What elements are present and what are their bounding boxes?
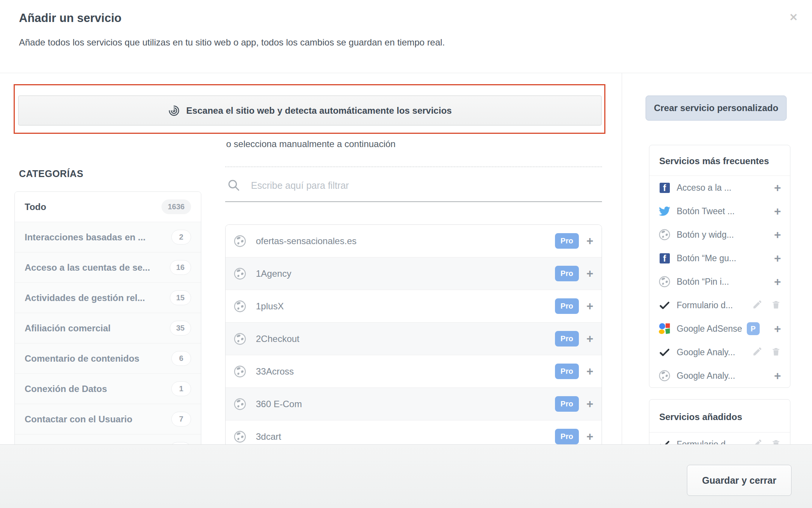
service-name: 2Checkout bbox=[256, 334, 555, 344]
category-label: Actividades de gestión rel... bbox=[25, 293, 170, 303]
frequent-service-label: Formulario d... bbox=[677, 300, 733, 310]
pro-badge: Pro bbox=[555, 429, 579, 444]
category-label: Comentario de contenidos bbox=[25, 353, 171, 364]
category-label: Conexión de Datos bbox=[25, 384, 171, 394]
service-row[interactable]: 1Agency Pro + bbox=[226, 257, 602, 290]
add-service-icon[interactable]: + bbox=[586, 300, 593, 312]
check-icon bbox=[658, 347, 671, 358]
facebook-icon: f bbox=[658, 183, 671, 193]
service-row[interactable]: 33Across Pro + bbox=[226, 355, 602, 387]
add-service-icon[interactable]: + bbox=[586, 333, 593, 345]
add-service-icon[interactable]: + bbox=[586, 365, 593, 377]
pro-badge: Pro bbox=[555, 396, 579, 412]
add-icon[interactable]: + bbox=[774, 370, 781, 382]
delete-icon[interactable] bbox=[771, 299, 781, 311]
frequent-services-heading: Servicios más frecuentes bbox=[649, 145, 790, 176]
header-divider bbox=[0, 73, 812, 73]
add-icon[interactable]: + bbox=[774, 205, 781, 217]
add-icon[interactable]: + bbox=[774, 252, 781, 264]
service-row[interactable]: 1plusX Pro + bbox=[226, 290, 602, 322]
category-count-badge: 16 bbox=[170, 260, 191, 275]
category-count-badge: 7 bbox=[171, 412, 191, 426]
frequent-service-row[interactable]: Botón y widg... + bbox=[649, 223, 790, 246]
category-count-badge: 1636 bbox=[161, 199, 191, 214]
globe-icon bbox=[234, 299, 246, 313]
page-subtitle: Añade todos los servicios que utilizas e… bbox=[19, 37, 445, 48]
edit-icon[interactable] bbox=[752, 346, 763, 358]
frequent-service-row[interactable]: f Acceso a la ... + bbox=[649, 176, 790, 199]
frequent-services-panel: Servicios más frecuentes f Acceso a la .… bbox=[649, 145, 790, 388]
added-services-heading: Servicios añadidos bbox=[649, 400, 790, 433]
frequent-service-row[interactable]: Google Analy... bbox=[649, 340, 790, 364]
category-item-acceso-cuentas[interactable]: Acceso a las cuentas de se... 16 bbox=[15, 252, 201, 282]
search-input[interactable] bbox=[250, 175, 540, 196]
category-item-conexion-datos[interactable]: Conexión de Datos 1 bbox=[15, 373, 201, 404]
service-name: 3dcart bbox=[256, 431, 555, 442]
pro-badge: Pro bbox=[555, 298, 579, 314]
pro-badge: Pro bbox=[555, 233, 579, 249]
add-service-icon[interactable]: + bbox=[586, 268, 593, 279]
category-item-contactar[interactable]: Contactar con el Usuario 7 bbox=[15, 404, 201, 434]
category-item-interacciones[interactable]: Interacciones basadas en ... 2 bbox=[15, 222, 201, 252]
delete-icon[interactable] bbox=[771, 346, 781, 358]
category-item-actividades[interactable]: Actividades de gestión rel... 15 bbox=[15, 282, 201, 313]
globe-icon bbox=[658, 276, 671, 287]
globe-icon bbox=[234, 365, 246, 378]
frequent-service-row[interactable]: f Botón “Me gu... + bbox=[649, 246, 790, 270]
add-icon[interactable]: + bbox=[774, 229, 781, 241]
categories-list: Todo 1636 Interacciones basadas en ... 2… bbox=[14, 191, 201, 465]
manual-select-hint: o selecciona manualmente a continuación bbox=[0, 139, 622, 149]
globe-icon bbox=[234, 332, 246, 346]
modal-footer: Guardar y cerrar bbox=[0, 444, 812, 508]
frequent-service-row[interactable]: Botón “Pin i... + bbox=[649, 270, 790, 293]
service-name: ofertas-sensacionales.es bbox=[256, 236, 555, 246]
category-count-badge: 2 bbox=[171, 230, 191, 245]
frequent-service-label: Google AdSense bbox=[677, 324, 742, 334]
save-close-button[interactable]: Guardar y cerrar bbox=[687, 465, 792, 496]
service-name: 360 E-Com bbox=[256, 399, 555, 409]
frequent-service-label: Botón “Pin i... bbox=[677, 277, 729, 287]
scan-button-label: Escanea el sitio web y detecta automátic… bbox=[186, 105, 451, 116]
frequent-service-label: Google Analy... bbox=[677, 347, 735, 357]
category-label: Acceso a las cuentas de se... bbox=[25, 262, 170, 273]
scan-website-button[interactable]: Escanea el sitio web y detecta automátic… bbox=[18, 96, 602, 125]
add-icon[interactable]: + bbox=[774, 323, 781, 335]
frequent-service-label: Google Analy... bbox=[677, 371, 735, 381]
pro-badge: Pro bbox=[555, 266, 579, 281]
category-item-comentario[interactable]: Comentario de contenidos 6 bbox=[15, 343, 201, 373]
category-count-badge: 6 bbox=[171, 351, 191, 366]
add-icon[interactable]: + bbox=[774, 182, 781, 194]
globe-icon bbox=[658, 229, 671, 240]
category-count-badge: 1 bbox=[171, 381, 191, 396]
twitter-icon bbox=[658, 205, 671, 217]
service-list: ofertas-sensacionales.es Pro + 1Agency P… bbox=[225, 224, 602, 452]
search-icon bbox=[227, 178, 240, 193]
pro-badge: Pro bbox=[555, 331, 579, 347]
category-count-badge: 35 bbox=[170, 321, 191, 336]
add-service-icon[interactable]: + bbox=[586, 431, 593, 442]
close-icon[interactable]: ✕ bbox=[789, 11, 798, 24]
add-service-icon[interactable]: + bbox=[586, 235, 593, 247]
service-name: 1Agency bbox=[256, 268, 555, 279]
globe-icon bbox=[234, 397, 246, 411]
service-name: 1plusX bbox=[256, 301, 555, 312]
category-item-afiliacion[interactable]: Afiliación comercial 35 bbox=[15, 313, 201, 343]
frequent-service-row[interactable]: Google AdSense P + bbox=[649, 317, 790, 340]
facebook-icon: f bbox=[658, 253, 671, 263]
category-item-todo[interactable]: Todo 1636 bbox=[15, 192, 201, 222]
create-custom-service-button[interactable]: Crear servicio personalizado bbox=[646, 96, 787, 121]
edit-icon[interactable] bbox=[752, 299, 763, 311]
google-icon bbox=[658, 323, 671, 335]
category-label: Afiliación comercial bbox=[25, 323, 170, 334]
frequent-service-row[interactable]: Google Analy... + bbox=[649, 364, 790, 387]
add-icon[interactable]: + bbox=[774, 276, 781, 288]
service-row[interactable]: 360 E-Com Pro + bbox=[226, 387, 602, 420]
check-icon bbox=[658, 299, 671, 311]
frequent-service-label: Botón Tweet ... bbox=[677, 206, 735, 216]
category-count-badge: 15 bbox=[170, 290, 191, 305]
service-row[interactable]: 2Checkout Pro + bbox=[226, 322, 602, 355]
frequent-service-row[interactable]: Formulario d... bbox=[649, 293, 790, 317]
frequent-service-row[interactable]: Botón Tweet ... + bbox=[649, 199, 790, 223]
add-service-icon[interactable]: + bbox=[586, 398, 593, 410]
service-row[interactable]: ofertas-sensacionales.es Pro + bbox=[226, 225, 602, 257]
